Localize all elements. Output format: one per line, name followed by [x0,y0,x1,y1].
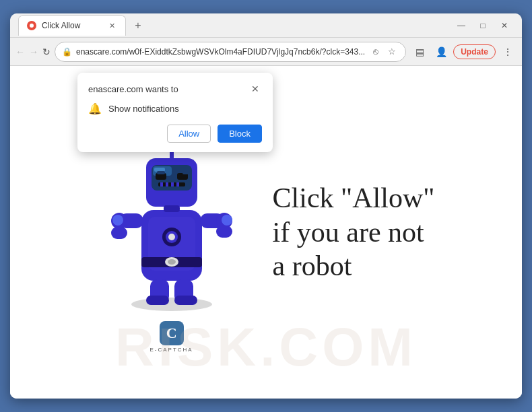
click-text-line2: if you are not [273,215,435,249]
svg-rect-32 [174,296,197,305]
titlebar: Click Allow ✕ + — □ ✕ [10,13,522,38]
update-button[interactable]: Update [453,44,496,59]
captcha-badge: C E-CAPTCHA [149,321,193,353]
svg-rect-17 [171,182,174,186]
window-controls: — □ ✕ [452,16,514,35]
allow-button[interactable]: Allow [167,125,211,143]
new-tab-button[interactable]: + [129,16,147,35]
captcha-label-text: E-CAPTCHA [149,347,193,353]
page-main-text: Click "Allow" if you are not a robot [273,181,435,283]
menu-icon[interactable]: ⋮ [498,42,517,61]
svg-rect-13 [182,171,191,174]
block-button[interactable]: Block [218,125,262,143]
minimize-button[interactable]: — [452,16,471,35]
tab-area: Click Allow ✕ + [18,15,446,36]
toolbar: ← → ↻ 🔒 enascare.com/w0f-EXiddtkZsbwgWSV… [10,38,522,66]
share-icon[interactable]: ⎋ [369,45,383,59]
svg-rect-31 [146,296,169,305]
lock-icon: 🔒 [62,47,72,57]
permission-popup: enascare.com wants to ✕ 🔔 Show notificat… [77,73,273,152]
reading-mode-icon[interactable]: ▤ [410,42,429,61]
svg-rect-16 [166,182,168,186]
svg-rect-11 [157,171,165,174]
popup-notification-row: 🔔 Show notifications [88,102,262,115]
active-tab[interactable]: Click Allow ✕ [18,15,126,36]
bookmark-icon[interactable]: ☆ [385,45,399,59]
tab-close-button[interactable]: ✕ [106,20,117,31]
svg-rect-22 [164,205,180,212]
svg-rect-25 [111,227,127,239]
address-bar[interactable]: 🔒 enascare.com/w0f-EXiddtkZsbwgWSVkOlm4a… [55,42,406,62]
profile-icon[interactable]: 👤 [432,42,451,61]
svg-point-37 [222,215,232,226]
tab-favicon [27,21,36,30]
toolbar-right: ▤ 👤 Update ⋮ [410,42,517,61]
captcha-logo: C [160,321,184,345]
address-bar-icons: ⎋ ☆ [369,45,399,59]
address-text: enascare.com/w0f-EXiddtkZsbwgWSVkOlm4aFD… [76,47,365,57]
forward-button[interactable]: → [29,42,38,61]
notification-text: Show notifications [108,104,179,114]
tab-label: Click Allow [42,21,101,30]
svg-point-5 [168,259,176,265]
click-text-line1: Click "Allow" [273,181,435,215]
svg-rect-28 [216,226,232,238]
popup-close-button[interactable]: ✕ [248,82,262,96]
refresh-button[interactable]: ↻ [42,42,51,61]
popup-header: enascare.com wants to ✕ [88,82,262,96]
click-text-line3: a robot [273,249,435,283]
svg-rect-15 [160,182,163,186]
svg-rect-18 [176,182,179,186]
browser-window: Click Allow ✕ + — □ ✕ ← → ↻ 🔒 enascare.c… [10,13,522,399]
close-button[interactable]: ✕ [495,16,514,35]
maximize-button[interactable]: □ [473,16,492,35]
popup-actions: Allow Block [88,125,262,143]
popup-title: enascare.com wants to [88,84,178,94]
bell-icon: 🔔 [88,102,102,115]
back-button[interactable]: ← [15,42,25,61]
svg-point-35 [168,234,175,240]
page-content-area: RISK.COM [10,66,522,399]
svg-point-0 [131,298,212,311]
svg-point-36 [112,215,123,226]
